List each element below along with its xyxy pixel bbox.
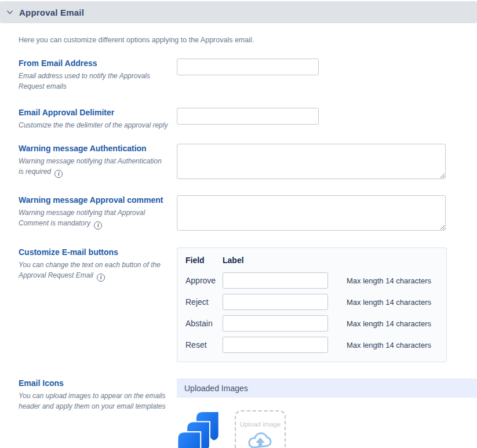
abstain-label-input[interactable] — [223, 315, 328, 332]
email-buttons-label: Customize E-mail buttons — [19, 247, 169, 257]
column-header-field: Field — [185, 256, 223, 265]
form-row-warning-comment: Warning message Approval comment Warning… — [19, 195, 477, 233]
table-header-row: Field Label — [185, 256, 438, 265]
warning-authentication-description: Warning message notifying that Authentic… — [19, 156, 168, 178]
approve-label-input[interactable] — [223, 272, 328, 289]
form-row-from-email: From Email Address Email address used to… — [19, 59, 477, 92]
warning-comment-description: Warning message notifying that Approval … — [19, 207, 168, 230]
delimiter-label: Email Approval Delimiter — [19, 108, 169, 117]
warning-comment-label: Warning message Approval comment — [19, 195, 169, 205]
uploaded-images-header: Uploaded Images — [177, 378, 477, 398]
cloud-upload-icon — [247, 431, 274, 448]
row-field-name: Abstain — [185, 319, 223, 328]
max-length-hint: Max length 14 characters — [330, 298, 438, 307]
row-field-name: Reset — [185, 340, 223, 349]
row-field-name: Reject — [185, 297, 223, 307]
max-length-hint: Max length 14 characters — [330, 319, 438, 328]
warning-authentication-label: Warning message Authentication — [19, 144, 169, 153]
table-row-reset: Reset Max length 14 characters — [185, 337, 438, 353]
section-title: Approval Email — [19, 8, 84, 17]
email-buttons-description: You can change the text on each button o… — [19, 260, 168, 282]
table-row-abstain: Abstain Max length 14 characters — [185, 315, 438, 332]
table-row-reject: Reject Max length 14 characters — [185, 294, 438, 310]
email-icons-description: You can upload images to appear on the e… — [19, 391, 168, 411]
column-header-label: Label — [223, 256, 438, 265]
form-row-warning-authentication: Warning message Authentication Warning m… — [19, 144, 477, 181]
form-row-delimiter: Email Approval Delimiter Customize the t… — [19, 108, 477, 130]
chevron-down-icon[interactable] — [7, 10, 13, 14]
email-icons-label: Email Icons — [19, 378, 169, 388]
form-row-email-icons: Email Icons You can upload images to app… — [19, 378, 477, 448]
section-header-approval-email[interactable]: Approval Email — [0, 1, 477, 23]
email-buttons-table: Field Label Approve Max length 14 charac… — [177, 247, 447, 362]
from-email-label: From Email Address — [19, 59, 169, 68]
max-length-hint: Max length 14 characters — [330, 276, 438, 285]
uploaded-images-list: Upload image — [177, 410, 477, 448]
table-row-approve: Approve Max length 14 characters — [185, 272, 438, 289]
from-email-input[interactable] — [177, 59, 319, 75]
info-icon[interactable]: i — [94, 221, 102, 230]
max-length-hint: Max length 14 characters — [330, 341, 438, 349]
info-icon[interactable]: i — [97, 274, 105, 282]
reset-label-input[interactable] — [223, 337, 328, 353]
reject-label-input[interactable] — [223, 294, 328, 310]
delimiter-input[interactable] — [177, 108, 319, 125]
jira-logo-icon[interactable] — [177, 411, 220, 448]
from-email-description: Email address used to notify the Approva… — [19, 71, 168, 92]
section-intro: Here you can customize different options… — [19, 36, 477, 44]
upload-image-dropzone[interactable]: Upload image — [235, 410, 286, 448]
delimiter-description: Customize the the delimiter of the appro… — [19, 120, 168, 130]
approval-email-settings-page: Approval Email Here you can customize di… — [0, 1, 477, 448]
upload-image-label: Upload image — [240, 421, 281, 428]
warning-comment-textarea[interactable] — [177, 195, 446, 231]
row-field-name: Approve — [185, 276, 223, 285]
info-icon[interactable]: i — [54, 170, 63, 178]
form-row-email-buttons: Customize E-mail buttons You can change … — [19, 247, 477, 362]
warning-authentication-textarea[interactable] — [177, 144, 446, 179]
